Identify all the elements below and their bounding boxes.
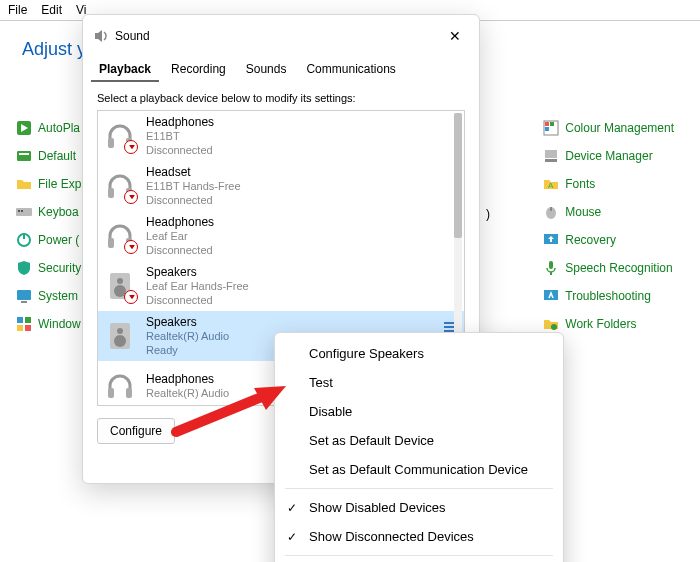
cp-left-column: AutoPla Default File Exp Keyboa Power ( … [16,120,81,332]
cp-label: File Exp [38,177,81,191]
cp-item-colour[interactable]: Colour Management [543,120,674,136]
dialog-subtext: Select a playback device below to modify… [83,82,479,110]
device-text: HeadphonesRealtek(R) Audio [146,372,229,401]
configure-button[interactable]: Configure [97,418,175,444]
cp-label: Speech Recognition [565,261,672,275]
svg-rect-2 [17,151,31,161]
speaker-icon [104,270,136,302]
tab-recording[interactable]: Recording [163,58,234,82]
windows-icon [16,316,32,332]
keyboard-icon [16,204,32,220]
speaker-icon [104,320,136,352]
svg-rect-5 [18,210,20,212]
svg-rect-30 [108,138,114,148]
svg-rect-23 [550,207,552,211]
ctx-set-as-default-communication-device[interactable]: Set as Default Communication Device [275,455,563,484]
svg-rect-20 [545,159,557,162]
cp-item-recovery[interactable]: Recovery [543,232,674,248]
cp-label: Device Manager [565,149,652,163]
ctx-show-disabled-devices[interactable]: Show Disabled Devices [275,493,563,522]
menu-file[interactable]: File [8,3,27,17]
ctx-configure-speakers[interactable]: Configure Speakers [275,339,563,368]
device-name: Speakers [146,315,229,330]
device-sub: Realtek(R) Audio [146,387,229,401]
svg-rect-3 [19,153,29,155]
device-sub: E11BT [146,130,214,144]
tab-communications[interactable]: Communications [298,58,403,82]
cp-item-autoplay[interactable]: AutoPla [16,120,81,136]
headphones-icon [104,120,136,152]
cp-label: Mouse [565,205,601,219]
svg-rect-10 [21,301,27,303]
device-state: Disconnected [146,144,214,158]
ctx-disable[interactable]: Disable [275,397,563,426]
microphone-icon [543,260,559,276]
ctx-separator [285,555,553,556]
sound-icon [93,28,109,44]
cp-label: Recovery [565,233,616,247]
device-row[interactable]: HeadphonesLeaf EarDisconnected [98,211,464,261]
cp-item-keyboard[interactable]: Keyboa [16,204,81,220]
tab-playback[interactable]: Playback [91,58,159,82]
system-icon [16,288,32,304]
cp-item-speech[interactable]: Speech Recognition [543,260,674,276]
device-row[interactable]: HeadphonesE11BTDisconnected [98,111,464,161]
cp-label: Colour Management [565,121,674,135]
tab-sounds[interactable]: Sounds [238,58,295,82]
work-folders-icon [543,316,559,332]
ctx-show-disconnected-devices[interactable]: Show Disconnected Devices [275,522,563,551]
svg-rect-17 [550,122,554,126]
stray-paren: ) [486,207,490,221]
headphones-icon [104,220,136,252]
troubleshoot-icon [543,288,559,304]
device-row[interactable]: SpeakersLeaf Ear Hands-FreeDisconnected [98,261,464,311]
svg-rect-33 [126,188,132,198]
cp-item-default[interactable]: Default [16,148,81,164]
cp-label: Troubleshooting [565,289,651,303]
cp-item-system[interactable]: System [16,288,81,304]
svg-point-37 [117,278,123,284]
svg-point-38 [114,285,126,297]
cp-item-workfolders[interactable]: Work Folders [543,316,674,332]
svg-rect-8 [23,233,25,239]
cp-item-fileexp[interactable]: File Exp [16,176,81,192]
dialog-titlebar[interactable]: Sound ✕ [83,15,479,52]
ctx-test[interactable]: Test [275,368,563,397]
mouse-icon [543,204,559,220]
device-text: SpeakersRealtek(R) AudioReady [146,315,229,358]
device-sub: Leaf Ear Hands-Free [146,280,249,294]
menu-edit[interactable]: Edit [41,3,62,17]
svg-rect-13 [17,325,23,331]
cp-right-column: Colour Management Device Manager AFonts … [543,120,674,332]
cp-item-fonts[interactable]: AFonts [543,176,674,192]
device-text: SpeakersLeaf Ear Hands-FreeDisconnected [146,265,249,308]
cp-item-security[interactable]: Security [16,260,81,276]
colour-icon [543,120,559,136]
svg-rect-43 [126,388,132,398]
svg-rect-6 [21,210,23,212]
close-icon[interactable]: ✕ [441,24,469,48]
device-row[interactable]: HeadsetE11BT Hands-FreeDisconnected [98,161,464,211]
svg-rect-35 [126,238,132,248]
cp-item-power[interactable]: Power ( [16,232,81,248]
device-sub: Realtek(R) Audio [146,330,229,344]
svg-rect-31 [126,138,132,148]
ctx-set-as-default-device[interactable]: Set as Default Device [275,426,563,455]
svg-rect-18 [545,127,549,131]
device-state: Disconnected [146,294,249,308]
cp-label: Keyboa [38,205,79,219]
cp-item-mouse[interactable]: Mouse [543,204,674,220]
cp-item-devmgr[interactable]: Device Manager [543,148,674,164]
device-state: Disconnected [146,244,214,258]
recovery-icon [543,232,559,248]
cp-label: System [38,289,78,303]
device-sub: E11BT Hands-Free [146,180,241,194]
ctx-separator [285,488,553,489]
device-text: HeadphonesE11BTDisconnected [146,115,214,158]
context-menu: Configure SpeakersTestDisableSet as Defa… [274,332,564,562]
cp-label: AutoPla [38,121,80,135]
scrollbar-thumb[interactable] [454,113,462,238]
cp-item-troubleshoot[interactable]: Troubleshooting [543,288,674,304]
cp-item-windows[interactable]: Window [16,316,81,332]
device-state: Disconnected [146,194,241,208]
